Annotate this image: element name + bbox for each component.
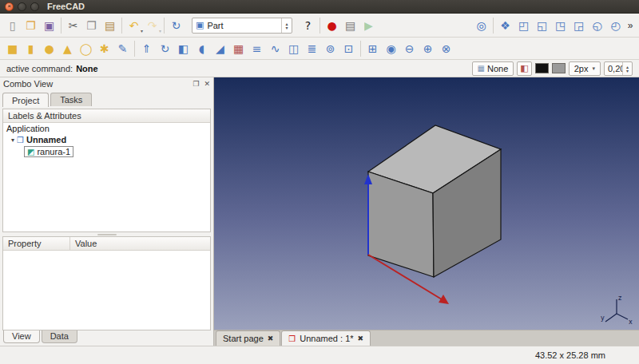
loft-icon[interactable]: ≡: [248, 40, 266, 57]
status-bar: 43.52 x 25.28 mm: [0, 346, 639, 364]
labels-attributes-header: Labels & Attributes: [3, 109, 210, 123]
panel-title-bar: Combo View ❐ ✕: [0, 77, 213, 90]
tab-view[interactable]: View: [3, 330, 40, 343]
3d-viewport[interactable]: z y x: [214, 77, 639, 330]
offset-icon[interactable]: ⊚: [321, 40, 339, 57]
window-buttons: ×: [5, 2, 39, 11]
property-header-row: Property Value: [3, 237, 210, 251]
part-tools-strip: ■▮●▲◯✱✎⇑↻◧◖◢▦≡∿◫≣⊚⊡⊞◉⊖⊕⊗: [3, 40, 455, 57]
axonometric-view-icon[interactable]: ❖: [496, 17, 514, 34]
shape-builder-icon[interactable]: ✎: [113, 40, 132, 57]
tab-data[interactable]: Data: [42, 330, 77, 343]
fit-all-icon[interactable]: ◎: [472, 17, 490, 34]
tree-item-ranura[interactable]: ◩ ranura-1: [3, 145, 210, 158]
compound-icon[interactable]: ⊞: [363, 40, 382, 57]
active-command-value: None: [76, 64, 98, 73]
close-tab-icon[interactable]: ✖: [358, 334, 364, 342]
face-color-swatch[interactable]: [552, 63, 566, 73]
line-width-select[interactable]: 2px ▾: [569, 61, 601, 76]
construction-mode-button[interactable]: ◧: [517, 61, 531, 76]
close-panel-icon[interactable]: ✕: [204, 80, 210, 88]
tab-project[interactable]: Project: [2, 93, 49, 107]
toolbar-separator: [360, 41, 361, 57]
chamfer-icon[interactable]: ◢: [211, 40, 229, 57]
toolbar-overflow-icon[interactable]: »: [625, 17, 636, 34]
view-strip: ◎❖◰◱◳◲◵◴: [472, 17, 625, 34]
save-document-icon[interactable]: ▣: [40, 17, 58, 34]
y-axis-label: y: [601, 315, 605, 322]
redo-icon[interactable]: ↷▾: [143, 17, 161, 34]
ruled-surface-icon[interactable]: ▦: [229, 40, 248, 57]
window-maximize-button[interactable]: [30, 2, 39, 11]
value-column-header[interactable]: Value: [70, 237, 101, 250]
fillet-icon[interactable]: ◖: [192, 40, 211, 57]
boolean-icon[interactable]: ◉: [382, 40, 400, 57]
window-minimize-button[interactable]: [18, 2, 26, 11]
autogroup-button[interactable]: ▦ None: [472, 61, 514, 76]
tab-unnamed-document[interactable]: ❒ Unnamed : 1* ✖: [281, 330, 371, 346]
copy-icon[interactable]: ❐: [82, 17, 101, 34]
section-icon[interactable]: ◫: [284, 40, 303, 57]
mirror-icon[interactable]: ◧: [174, 40, 192, 57]
toolbar-separator: [134, 41, 135, 57]
box-icon[interactable]: ■: [3, 40, 22, 57]
window-close-button[interactable]: ×: [5, 2, 14, 11]
macros-dialog-icon[interactable]: ▤: [341, 17, 359, 34]
tab-tasks[interactable]: Tasks: [50, 93, 92, 106]
whats-this-icon[interactable]: ?: [299, 17, 317, 34]
paste-icon[interactable]: ▤: [101, 17, 119, 34]
tab-start-page[interactable]: Start page ✖: [216, 330, 280, 346]
torus-icon[interactable]: ◯: [77, 40, 95, 57]
expander-icon[interactable]: ▾: [11, 136, 14, 144]
bottom-view-icon[interactable]: ◵: [588, 17, 606, 34]
create-primitives-icon[interactable]: ✱: [95, 40, 113, 57]
property-list: [3, 251, 210, 330]
spinbox-arrows[interactable]: ▴▾: [622, 62, 632, 75]
new-document-icon[interactable]: ▯: [3, 17, 22, 34]
draft-controls: ▦ None ◧ 2px ▾ 0,20 ▴▾: [472, 61, 633, 76]
line-color-swatch[interactable]: [535, 63, 549, 73]
standard-toolbar: ▯❐▣✂❐▤↶▾↷▾↻ ▣ Part ▴▾ ?●▤▶ ◎❖◰◱◳◲◵◴ »: [0, 14, 639, 38]
top-view-icon[interactable]: ◱: [533, 17, 551, 34]
tree-item-unnamed[interactable]: ▾ ❒ Unnamed: [3, 134, 210, 145]
workbench-selector[interactable]: ▣ Part ▴▾: [192, 18, 292, 34]
execute-macro-icon[interactable]: ▶: [359, 17, 378, 34]
intersection-icon[interactable]: ⊗: [437, 40, 455, 57]
model-tree: Labels & Attributes Application ▾ ❒ Unna…: [2, 109, 211, 232]
property-editor: Property Value: [2, 236, 211, 330]
union-icon[interactable]: ⊕: [419, 40, 437, 57]
panel-title-label: Combo View: [3, 79, 53, 89]
float-panel-icon[interactable]: ❐: [192, 80, 199, 88]
left-view-icon[interactable]: ◴: [606, 17, 625, 34]
undo-icon[interactable]: ↶▾: [125, 17, 143, 34]
record-macro-icon[interactable]: ●: [323, 17, 341, 34]
rear-view-icon[interactable]: ◲: [570, 17, 588, 34]
cylinder-icon[interactable]: ▮: [22, 40, 40, 57]
open-document-icon[interactable]: ❐: [22, 17, 40, 34]
x-axis-label: x: [629, 318, 633, 326]
revolve-icon[interactable]: ↻: [156, 40, 174, 57]
sweep-icon[interactable]: ∿: [266, 40, 284, 57]
x-axis-arrow-icon: [439, 295, 449, 304]
right-view-icon[interactable]: ◳: [551, 17, 570, 34]
document-area: z y x Start page ✖ ❒ Unnamed : 1* ✖: [214, 77, 639, 346]
property-column-header[interactable]: Property: [3, 237, 70, 250]
document-tab-bar: Start page ✖ ❒ Unnamed : 1* ✖: [214, 330, 639, 346]
3d-scene: [214, 77, 639, 330]
front-view-icon[interactable]: ◰: [514, 17, 533, 34]
cut-icon[interactable]: ✂: [64, 17, 82, 34]
workbench-spinner[interactable]: ▴▾: [281, 18, 292, 33]
sphere-icon[interactable]: ●: [40, 40, 58, 57]
tree-item-application[interactable]: Application: [3, 123, 210, 134]
cone-icon[interactable]: ▲: [58, 40, 77, 57]
refresh-icon[interactable]: ↻: [167, 17, 185, 34]
cross-sections-icon[interactable]: ≣: [303, 40, 321, 57]
macro-strip: ?●▤▶: [299, 17, 378, 34]
extrude-icon[interactable]: ⇑: [137, 40, 156, 57]
boolean-cut-icon[interactable]: ⊖: [400, 40, 419, 57]
close-tab-icon[interactable]: ✖: [268, 334, 274, 342]
dropdown-caret-icon: ▾: [159, 28, 161, 34]
dimension-readout: 43.52 x 25.28 mm: [535, 350, 605, 360]
thickness-icon[interactable]: ⊡: [339, 40, 358, 57]
scale-spinbox[interactable]: 0,20 ▴▾: [604, 61, 633, 76]
